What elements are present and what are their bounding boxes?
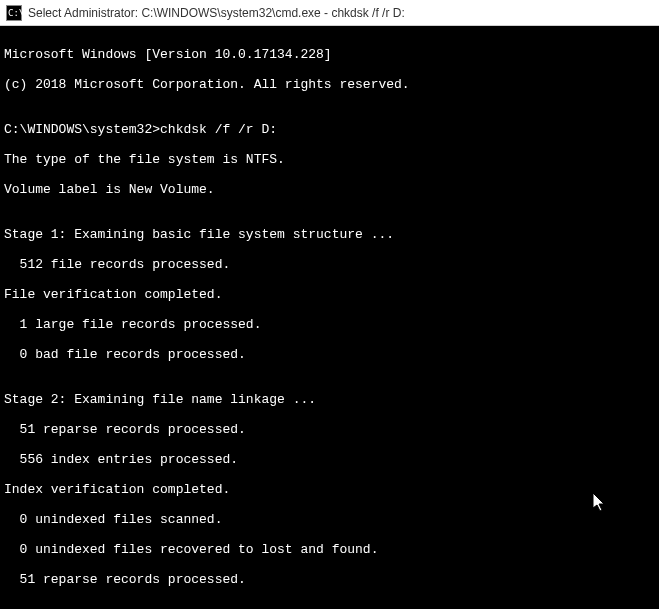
output-line: 51 reparse records processed.	[4, 572, 655, 587]
terminal-output[interactable]: Microsoft Windows [Version 10.0.17134.22…	[0, 26, 659, 609]
cmd-window: C:\ Select Administrator: C:\WINDOWS\sys…	[0, 0, 659, 609]
output-line: 556 index entries processed.	[4, 452, 655, 467]
output-line: 512 file records processed.	[4, 257, 655, 272]
output-line: 0 bad file records processed.	[4, 347, 655, 362]
output-line: 1 large file records processed.	[4, 317, 655, 332]
prompt-line: C:\WINDOWS\system32>chkdsk /f /r D:	[4, 122, 655, 137]
output-line: 0 unindexed files scanned.	[4, 512, 655, 527]
titlebar[interactable]: C:\ Select Administrator: C:\WINDOWS\sys…	[0, 0, 659, 26]
output-line: Volume label is New Volume.	[4, 182, 655, 197]
output-line: File verification completed.	[4, 287, 655, 302]
output-line: (c) 2018 Microsoft Corporation. All righ…	[4, 77, 655, 92]
output-line: 0 unindexed files recovered to lost and …	[4, 542, 655, 557]
output-line: Stage 2: Examining file name linkage ...	[4, 392, 655, 407]
output-line: 51 reparse records processed.	[4, 422, 655, 437]
window-title: Select Administrator: C:\WINDOWS\system3…	[28, 6, 405, 20]
output-line: Stage 1: Examining basic file system str…	[4, 227, 655, 242]
output-line: Microsoft Windows [Version 10.0.17134.22…	[4, 47, 655, 62]
output-line: The type of the file system is NTFS.	[4, 152, 655, 167]
svg-text:C:\: C:\	[8, 8, 22, 18]
output-line: Index verification completed.	[4, 482, 655, 497]
cmd-icon: C:\	[6, 5, 22, 21]
